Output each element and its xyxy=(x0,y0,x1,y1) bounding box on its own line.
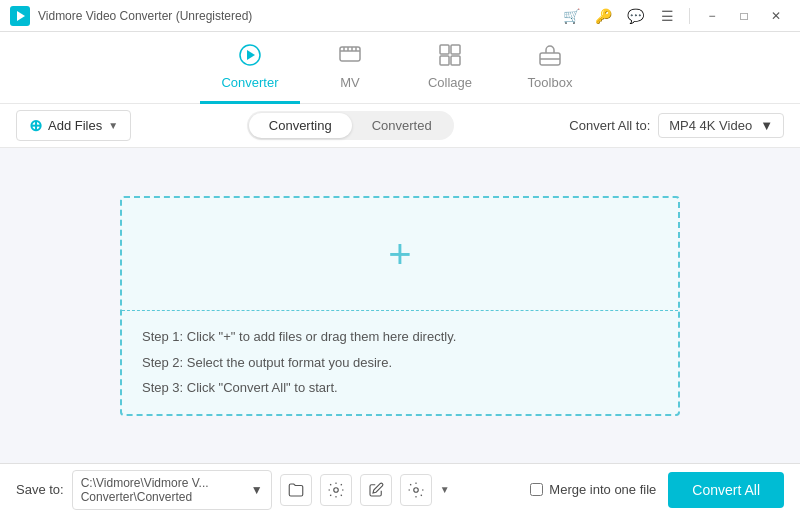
drop-zone-instructions: Step 1: Click "+" to add files or drag t… xyxy=(122,311,678,414)
title-text: Vidmore Video Converter (Unregistered) xyxy=(38,9,252,23)
key-icon[interactable]: 🔑 xyxy=(589,2,617,30)
open-folder-button[interactable] xyxy=(280,474,312,506)
svg-rect-5 xyxy=(440,45,449,54)
main-content: + Step 1: Click "+" to add files or drag… xyxy=(0,148,800,463)
title-bar-left: Vidmore Video Converter (Unregistered) xyxy=(10,6,252,26)
title-bar: Vidmore Video Converter (Unregistered) 🛒… xyxy=(0,0,800,32)
more-settings-button[interactable] xyxy=(400,474,432,506)
save-path-dropdown-arrow: ▼ xyxy=(251,483,263,497)
dropdown-arrow-icon: ▼ xyxy=(108,120,118,131)
step-3-text: Step 3: Click "Convert All" to start. xyxy=(142,378,658,398)
title-bar-controls: 🛒 🔑 💬 ☰ − □ ✕ xyxy=(557,2,790,30)
add-files-button[interactable]: ⊕ Add Files ▼ xyxy=(16,110,131,141)
convert-all-to: Convert All to: MP4 4K Video ▼ xyxy=(569,113,784,138)
separator xyxy=(689,8,690,24)
converter-icon xyxy=(238,43,262,71)
chat-icon[interactable]: 💬 xyxy=(621,2,649,30)
tab-mv[interactable]: MV xyxy=(300,32,400,104)
save-path-text: C:\Vidmore\Vidmore V... Converter\Conver… xyxy=(81,476,245,504)
svg-point-11 xyxy=(333,487,338,492)
svg-rect-7 xyxy=(440,56,449,65)
svg-rect-4 xyxy=(340,47,360,61)
svg-point-12 xyxy=(413,487,418,492)
toolbar: ⊕ Add Files ▼ Converting Converted Conve… xyxy=(0,104,800,148)
format-dropdown-arrow: ▼ xyxy=(760,118,773,133)
merge-checkbox-input[interactable] xyxy=(530,483,543,496)
convert-all-to-label: Convert All to: xyxy=(569,118,650,133)
minimize-button[interactable]: − xyxy=(698,2,726,30)
footer: Save to: C:\Vidmore\Vidmore V... Convert… xyxy=(0,463,800,515)
step-2-text: Step 2: Select the output format you des… xyxy=(142,353,658,373)
tab-mv-label: MV xyxy=(340,75,360,90)
convert-all-button[interactable]: Convert All xyxy=(668,472,784,508)
tab-toolbox[interactable]: Toolbox xyxy=(500,32,600,104)
tab-converter[interactable]: Converter xyxy=(200,32,300,104)
save-to-label: Save to: xyxy=(16,482,64,497)
drop-zone-upper[interactable]: + xyxy=(122,198,678,312)
status-tabs: Converting Converted xyxy=(247,111,454,140)
app-logo-icon xyxy=(10,6,30,26)
status-tab-converting[interactable]: Converting xyxy=(249,113,352,138)
svg-rect-6 xyxy=(451,45,460,54)
settings-button[interactable] xyxy=(320,474,352,506)
collage-icon xyxy=(438,43,462,71)
add-files-label: Add Files xyxy=(48,118,102,133)
step-1-text: Step 1: Click "+" to add files or drag t… xyxy=(142,327,658,347)
format-label: MP4 4K Video xyxy=(669,118,752,133)
drop-zone[interactable]: + Step 1: Click "+" to add files or drag… xyxy=(120,196,680,416)
menu-icon[interactable]: ☰ xyxy=(653,2,681,30)
merge-label: Merge into one file xyxy=(549,482,656,497)
maximize-button[interactable]: □ xyxy=(730,2,758,30)
close-button[interactable]: ✕ xyxy=(762,2,790,30)
svg-marker-3 xyxy=(247,50,255,60)
format-selector[interactable]: MP4 4K Video ▼ xyxy=(658,113,784,138)
svg-rect-8 xyxy=(451,56,460,65)
tab-collage-label: Collage xyxy=(428,75,472,90)
merge-checkbox[interactable]: Merge into one file xyxy=(530,482,656,497)
status-tab-converted[interactable]: Converted xyxy=(352,113,452,138)
edit-button[interactable] xyxy=(360,474,392,506)
cart-icon[interactable]: 🛒 xyxy=(557,2,585,30)
settings-dropdown-arrow: ▼ xyxy=(440,484,450,495)
footer-right: Merge into one file Convert All xyxy=(530,472,784,508)
plus-icon: + xyxy=(388,234,411,274)
save-path-selector[interactable]: C:\Vidmore\Vidmore V... Converter\Conver… xyxy=(72,470,272,510)
tab-converter-label: Converter xyxy=(221,75,278,90)
add-circle-icon: ⊕ xyxy=(29,116,42,135)
footer-left: Save to: C:\Vidmore\Vidmore V... Convert… xyxy=(16,470,520,510)
tab-collage[interactable]: Collage xyxy=(400,32,500,104)
toolbox-icon xyxy=(538,43,562,71)
mv-icon xyxy=(338,43,362,71)
nav-tabs: Converter MV Collage xyxy=(0,32,800,104)
tab-toolbox-label: Toolbox xyxy=(528,75,573,90)
